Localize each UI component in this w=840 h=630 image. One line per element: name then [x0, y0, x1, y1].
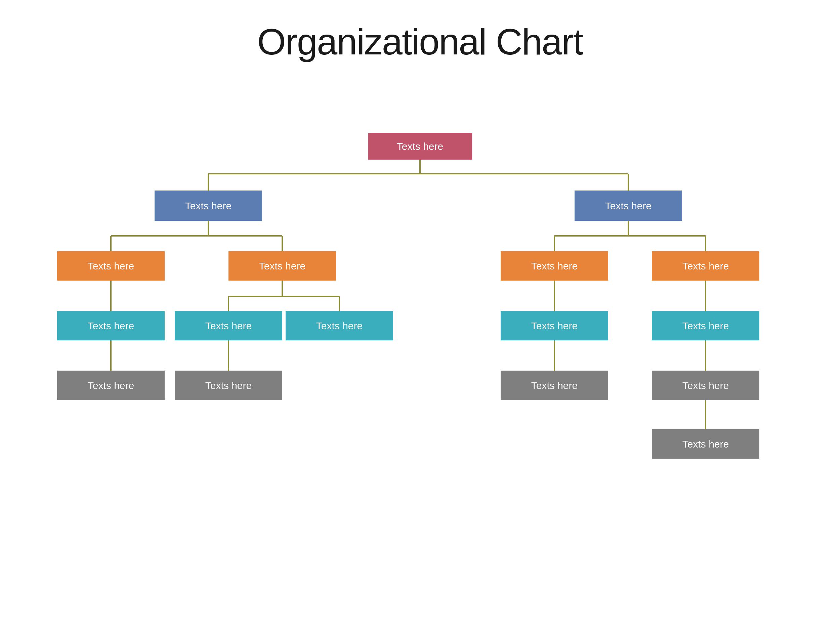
node-l2-rl: Texts here — [501, 251, 608, 281]
node-l3-lrl: Texts here — [175, 311, 282, 340]
node-l4-rrl: Texts here — [652, 371, 759, 400]
node-l4-lll: Texts here — [57, 371, 165, 400]
node-root: Texts here — [368, 133, 472, 159]
node-l4-rll: Texts here — [501, 371, 608, 400]
node-l3-lrr: Texts here — [286, 311, 393, 340]
node-l4-lrl: Texts here — [175, 371, 282, 400]
node-l1-left: Texts here — [155, 191, 262, 221]
node-l3-rll: Texts here — [501, 311, 608, 340]
page-title: Organizational Chart — [0, 0, 840, 76]
node-l3-rrl: Texts here — [652, 311, 759, 340]
node-l2-ll: Texts here — [57, 251, 165, 281]
node-l2-rr: Texts here — [652, 251, 759, 281]
node-l1-right: Texts here — [575, 191, 682, 221]
node-l2-lr: Texts here — [229, 251, 336, 281]
chart-area: Texts here Texts here Texts here Texts h… — [0, 76, 840, 614]
node-l4-rrl2: Texts here — [652, 429, 759, 459]
node-l3-lll: Texts here — [57, 311, 165, 340]
